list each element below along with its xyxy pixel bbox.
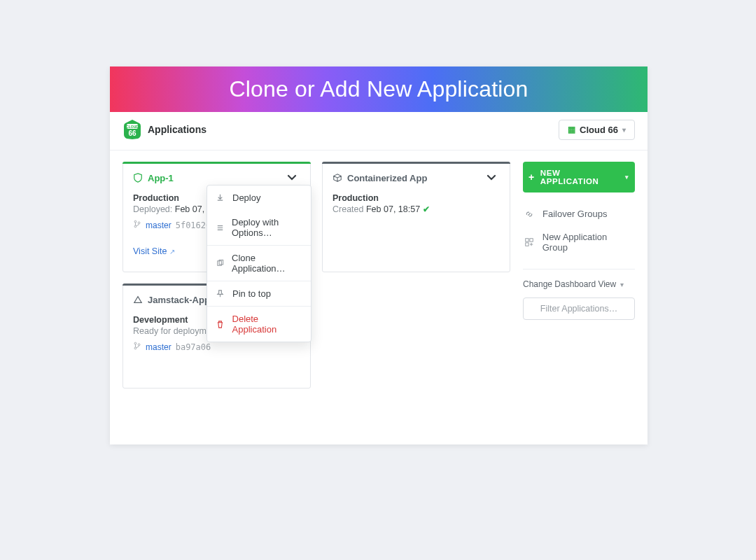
- app-name[interactable]: App-1: [133, 173, 174, 183]
- env-label: Production: [332, 193, 500, 203]
- trash-icon: [216, 320, 225, 329]
- new-application-button[interactable]: + NEW APPLICATION ▾: [523, 162, 635, 192]
- chevron-down-icon: ▾: [625, 174, 629, 181]
- group-icon: [524, 237, 536, 247]
- filter-applications-input[interactable]: [523, 298, 635, 320]
- card-menu-button[interactable]: [483, 171, 500, 185]
- svg-rect-11: [526, 239, 528, 241]
- menu-pin[interactable]: Pin to top: [207, 281, 311, 306]
- org-label: Cloud 66: [580, 125, 618, 135]
- hero-banner: Clone or Add New Application: [110, 66, 648, 112]
- external-link-icon: ↗: [169, 248, 175, 255]
- brand: CLOUD 66 Applications: [122, 119, 206, 140]
- svg-point-8: [134, 342, 136, 344]
- app-card-containerized[interactable]: Containerized App Production Created Feb…: [322, 162, 510, 272]
- svg-rect-13: [526, 243, 528, 246]
- svg-point-4: [134, 225, 136, 227]
- visit-site-link[interactable]: Visit Site ↗: [133, 246, 175, 256]
- branch-name: master: [146, 342, 172, 352]
- status-prefix: Deployed:: [133, 204, 172, 214]
- sidebar: + NEW APPLICATION ▾ Failover Groups New …: [523, 162, 635, 416]
- hero-title: Clone or Add New Application: [229, 76, 528, 102]
- org-switcher[interactable]: ▦ Cloud 66 ▾: [559, 120, 635, 140]
- divider: [523, 269, 635, 270]
- app-grid: App-1 Production Deployed: Feb 07, 17:00: [122, 162, 510, 416]
- cube-icon: [332, 173, 342, 183]
- commit-sha: ba97a06: [176, 342, 211, 352]
- branch-name: master: [146, 220, 172, 230]
- menu-deploy-options[interactable]: Deploy with Options…: [207, 210, 311, 245]
- svg-text:66: 66: [128, 130, 136, 137]
- svg-text:CLOUD: CLOUD: [126, 125, 139, 129]
- shield-icon: [133, 173, 143, 183]
- list-icon: [216, 223, 225, 232]
- card-context-menu: Deploy Deploy with Options… Clone Applic…: [206, 185, 312, 342]
- copy-icon: [216, 259, 225, 268]
- new-app-group-link[interactable]: New Application Group: [523, 225, 635, 259]
- page-title: Applications: [148, 124, 206, 135]
- plus-icon: +: [528, 172, 535, 183]
- failover-groups-link[interactable]: Failover Groups: [523, 202, 635, 225]
- topbar: CLOUD 66 Applications ▦ Cloud 66 ▾: [110, 112, 648, 150]
- chevron-down-icon: ▾: [622, 126, 626, 134]
- status-time: Feb 07, 18:57: [366, 204, 420, 214]
- change-dashboard-view[interactable]: Change Dashboard View ▾: [523, 279, 635, 289]
- content-area: App-1 Production Deployed: Feb 07, 17:00: [110, 150, 648, 444]
- branch-icon: [133, 342, 141, 352]
- link-icon: [524, 209, 536, 219]
- svg-point-3: [134, 220, 136, 223]
- triangle-icon: [133, 295, 143, 304]
- app-window: Clone or Add New Application CLOUD 66 Ap…: [110, 66, 648, 444]
- status-prefix: Created: [332, 204, 363, 214]
- logo-icon: CLOUD 66: [122, 119, 142, 140]
- pin-icon: [216, 289, 225, 298]
- app-card-app1[interactable]: App-1 Production Deployed: Feb 07, 17:00: [122, 162, 311, 272]
- status-prefix: Ready for deployment: [133, 326, 218, 336]
- app-name[interactable]: Containerized App: [332, 173, 427, 183]
- card-menu-button[interactable]: [284, 171, 300, 185]
- svg-point-10: [138, 344, 140, 346]
- svg-point-9: [134, 347, 136, 349]
- menu-deploy[interactable]: Deploy: [207, 186, 311, 210]
- app-name[interactable]: Jamstack-App: [133, 295, 210, 305]
- download-icon: [216, 193, 225, 202]
- svg-point-5: [138, 222, 140, 224]
- check-icon: ✔: [423, 204, 430, 214]
- menu-delete[interactable]: Delete Application: [207, 307, 311, 342]
- menu-clone[interactable]: Clone Application…: [207, 246, 311, 281]
- chevron-down-icon: ▾: [620, 281, 624, 288]
- commit-sha: 5f01626: [176, 220, 211, 230]
- svg-rect-12: [530, 239, 533, 241]
- branch-icon: [133, 220, 141, 230]
- org-icon: ▦: [568, 125, 575, 134]
